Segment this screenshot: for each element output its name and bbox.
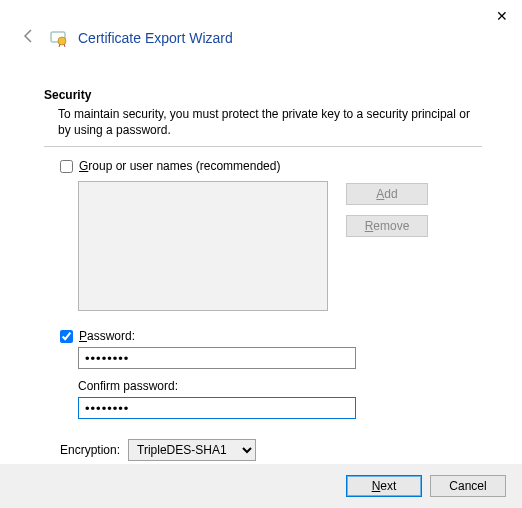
- security-heading: Security: [44, 88, 482, 102]
- footer-bar: Next Cancel: [0, 464, 522, 508]
- add-button: Add: [346, 183, 428, 205]
- group-side-buttons: Add Remove: [346, 181, 428, 311]
- password-row: Password:: [60, 329, 482, 343]
- wizard-header: Certificate Export Wizard: [0, 0, 522, 58]
- svg-point-1: [58, 37, 66, 45]
- password-input[interactable]: [78, 347, 356, 369]
- password-label[interactable]: Password:: [79, 329, 135, 343]
- divider: [44, 146, 482, 147]
- security-description: To maintain security, you must protect t…: [58, 106, 482, 138]
- certificate-wizard-icon: [48, 28, 68, 48]
- back-arrow-icon[interactable]: [20, 28, 38, 48]
- close-icon[interactable]: ✕: [492, 6, 512, 26]
- page-title: Certificate Export Wizard: [78, 30, 233, 46]
- group-names-label[interactable]: Group or user names (recommended): [79, 159, 280, 173]
- cancel-button[interactable]: Cancel: [430, 475, 506, 497]
- group-listbox: [78, 181, 328, 311]
- next-button[interactable]: Next: [346, 475, 422, 497]
- encryption-label: Encryption:: [60, 443, 120, 457]
- group-names-checkbox[interactable]: [60, 160, 73, 173]
- group-names-row: Group or user names (recommended): [60, 159, 482, 173]
- content-area: Security To maintain security, you must …: [0, 58, 522, 461]
- remove-button: Remove: [346, 215, 428, 237]
- password-block: Password: Confirm password:: [60, 329, 482, 429]
- password-checkbox[interactable]: [60, 330, 73, 343]
- encryption-row: Encryption: TripleDES-SHA1: [60, 439, 482, 461]
- confirm-password-label: Confirm password:: [78, 379, 482, 393]
- encryption-select[interactable]: TripleDES-SHA1: [128, 439, 256, 461]
- group-area: Add Remove: [78, 181, 482, 311]
- confirm-password-input[interactable]: [78, 397, 356, 419]
